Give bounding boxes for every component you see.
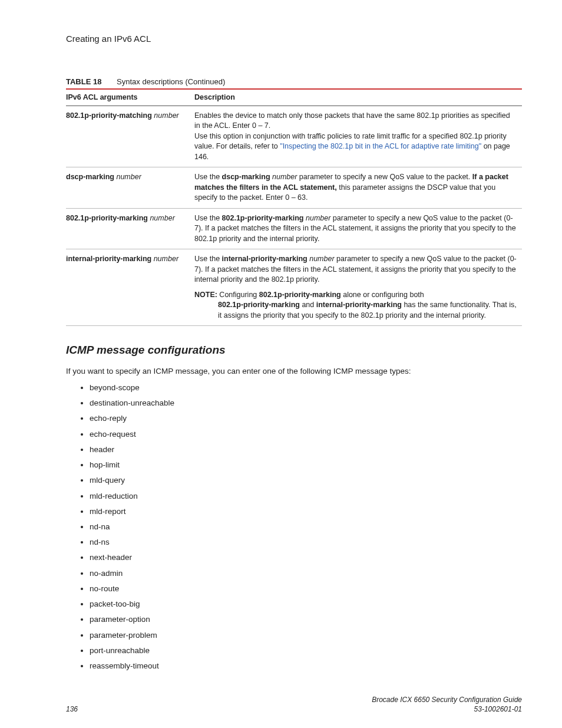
list-item: port-unreachable [90,645,522,656]
cross-reference-link[interactable]: "Inspecting the 802.1p bit in the ACL fo… [280,142,481,150]
note-label: NOTE: [194,291,217,299]
icmp-list: beyond-scope destination-unreachable ech… [66,383,522,671]
list-item: echo-request [90,429,522,440]
arg-param: number [116,173,141,181]
page-footer: 136 Brocade ICX 6650 Security Configurat… [66,695,522,714]
arg-keyword: 802.1p-priority-marking [66,214,148,222]
note-block: NOTE: Configuring 802.1p-priority-markin… [194,290,517,321]
list-item: parameter-problem [90,630,522,641]
table-row: 802.1p-priority-matching number Enables … [66,106,522,167]
list-item: mld-query [90,475,522,486]
list-item: echo-reply [90,413,522,424]
desc-keyword: 802.1p-priority-marking [222,214,304,222]
list-item: packet-too-big [90,599,522,610]
section-intro: If you want to specify an ICMP message, … [66,366,522,377]
page-number: 136 [66,704,78,714]
list-item: hop-limit [90,460,522,470]
table-row: internal-priority-marking number Use the… [66,249,522,326]
list-item: parameter-option [90,614,522,625]
arg-keyword: dscp-marking [66,173,114,181]
table-caption-text: Syntax descriptions (Continued) [117,77,225,86]
section-heading: ICMP message configurations [66,342,522,358]
list-item: nd-na [90,522,522,532]
list-item: reassembly-timeout [90,661,522,671]
arg-param: number [154,255,178,263]
table-row: 802.1p-priority-marking number Use the 8… [66,208,522,249]
list-item: destination-unreachable [90,398,522,409]
syntax-table: IPv6 ACL arguments Description 802.1p-pr… [66,88,522,326]
list-item: beyond-scope [90,383,522,393]
list-item: no-admin [90,568,522,579]
arg-param: number [154,111,178,120]
desc-keyword: dscp-marking [222,173,270,181]
desc-paragraph: Enables the device to match only those p… [194,111,517,131]
arg-param: number [150,214,174,222]
list-item: header [90,444,522,455]
table-header-arguments: IPv6 ACL arguments [66,89,194,106]
desc-paragraph: Use this option in conjunction with traf… [194,131,517,163]
arg-keyword: 802.1p-priority-matching [66,111,152,120]
list-item: no-route [90,584,522,594]
list-item: next-header [90,552,522,563]
page-header-title: Creating an IPv6 ACL [66,33,522,45]
doc-number: 53-1002601-01 [372,704,522,714]
list-item: nd-ns [90,537,522,548]
desc-keyword: internal-priority-marking [222,255,308,263]
arg-keyword: internal-priority-marking [66,255,151,263]
table-row: dscp-marking number Use the dscp-marking… [66,167,522,209]
list-item: mld-report [90,506,522,517]
table-caption: TABLE 18 Syntax descriptions (Continued) [66,77,522,87]
doc-title: Brocade ICX 6650 Security Configuration … [372,695,522,704]
table-header-description: Description [194,89,522,106]
list-item: mld-reduction [90,491,522,502]
table-label: TABLE 18 [66,77,101,86]
